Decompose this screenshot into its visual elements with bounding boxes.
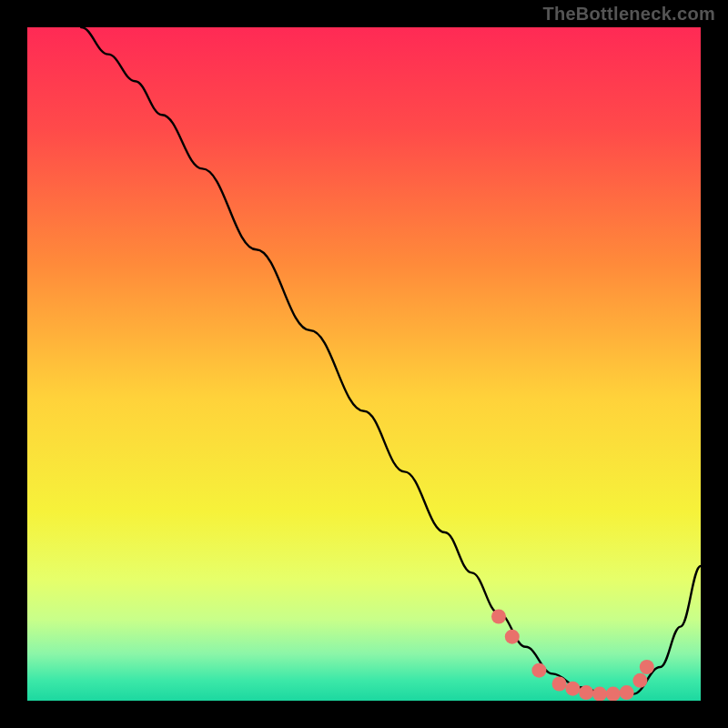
data-marker [505, 630, 520, 644]
chart-frame: TheBottleneck.com [0, 0, 728, 728]
gradient-background [27, 27, 701, 701]
watermark-text: TheBottleneck.com [542, 4, 715, 25]
data-marker [606, 687, 621, 701]
data-marker [632, 673, 647, 688]
data-marker [620, 685, 634, 700]
plot-area [27, 27, 701, 701]
data-marker [552, 677, 567, 692]
data-marker [579, 685, 593, 700]
data-marker [640, 660, 654, 674]
data-marker [565, 682, 580, 696]
data-marker [491, 610, 506, 624]
chart-svg [27, 27, 701, 701]
data-marker [592, 687, 607, 701]
data-marker [531, 663, 546, 678]
